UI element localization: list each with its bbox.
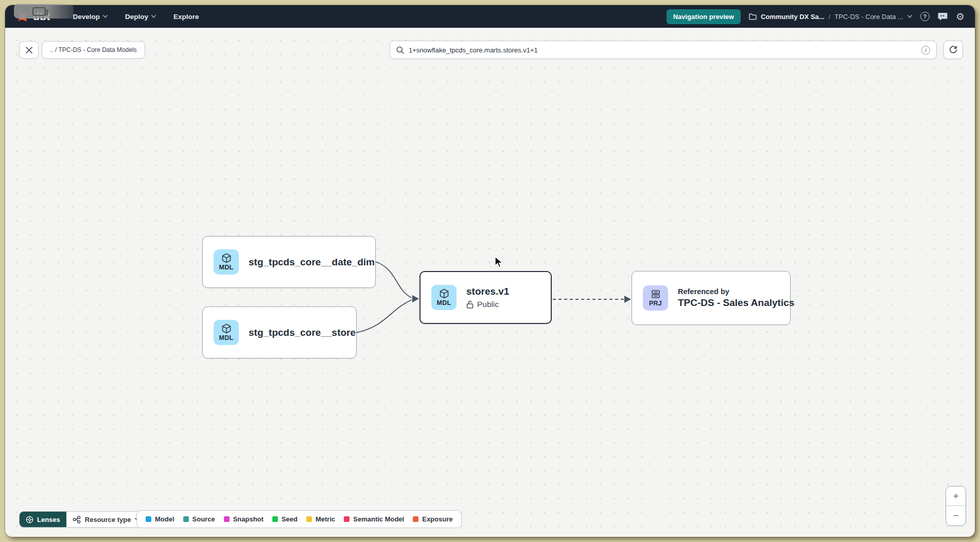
main-menu: Develop Deploy Explore	[73, 13, 199, 21]
chat-bubble-icon	[938, 12, 948, 21]
legend-item-metric: Metric	[306, 515, 335, 523]
node-title: TPC-DS - Sales Analytics	[678, 297, 794, 309]
legend-item-snapshot: Snapshot	[224, 515, 264, 523]
navbar-right: Navigation preview Community DX Sa... / …	[667, 9, 965, 24]
legend-item-semantic-model: Semantic Model	[344, 515, 404, 523]
project-stack-icon	[651, 289, 661, 299]
model-badge: MDL	[214, 249, 239, 275]
legend-swatch	[272, 516, 278, 522]
mouse-cursor	[494, 256, 504, 268]
breadcrumb-account: Community DX Sa...	[761, 13, 825, 21]
legend-item-source: Source	[183, 515, 215, 523]
folder-icon	[749, 13, 757, 20]
resource-legend: Model Source Snapshot Seed Metric Semant…	[136, 510, 462, 528]
lens-aperture-icon	[26, 516, 33, 523]
help-button[interactable]: ?	[920, 12, 930, 21]
info-icon[interactable]: i	[921, 46, 930, 55]
zoom-in-button[interactable]: +	[946, 486, 966, 506]
node-stores-v1[interactable]: MDL stores.v1 Public	[419, 271, 552, 324]
legend-item-exposure: Exposure	[413, 515, 452, 523]
project-badge: PRJ	[643, 285, 668, 311]
breadcrumb-project: TPC-DS - Core Data ...	[834, 13, 903, 21]
model-badge: MDL	[431, 285, 457, 310]
feedback-button[interactable]	[938, 12, 948, 21]
legend-swatch	[413, 516, 418, 522]
menu-deploy[interactable]: Deploy	[125, 13, 156, 21]
legend-swatch	[306, 516, 312, 522]
legend-item-seed: Seed	[272, 515, 297, 523]
breadcrumb[interactable]: Community DX Sa... / TPC-DS - Core Data …	[749, 13, 912, 21]
model-badge: MDL	[214, 320, 239, 345]
node-title: stg_tpcds_core__date_dim	[249, 257, 375, 268]
search-input[interactable]	[409, 46, 917, 54]
lineage-search-bar: i	[390, 41, 937, 59]
access-row: Public	[466, 300, 509, 309]
node-stg-tpcds-core-date-dim[interactable]: MDL stg_tpcds_core__date_dim	[202, 236, 376, 288]
menu-explore[interactable]: Explore	[173, 13, 199, 21]
help-icon: ?	[920, 12, 930, 21]
refresh-icon	[949, 46, 957, 54]
unlocked-padlock-icon	[466, 300, 474, 309]
navigation-preview-button[interactable]: Navigation preview	[667, 9, 741, 24]
zoom-controls: + −	[946, 486, 966, 526]
cube-icon	[439, 288, 449, 299]
close-lineage-button[interactable]	[19, 41, 39, 59]
settings-button[interactable]: ⚙	[956, 12, 965, 22]
chevron-down-icon	[907, 15, 912, 18]
lenses-button[interactable]: Lenses	[20, 512, 66, 527]
app-window: dbt Develop Deploy Explore Navigation pr…	[5, 5, 975, 537]
lenses-control-group: Lenses Resource type	[19, 511, 146, 528]
display-icon	[32, 7, 46, 16]
chevron-down-icon	[103, 15, 108, 18]
legend-swatch	[183, 516, 189, 522]
node-stg-tpcds-core-store[interactable]: MDL stg_tpcds_core__store	[202, 306, 357, 358]
gear-icon: ⚙	[956, 12, 965, 22]
access-label: Public	[477, 300, 499, 309]
legend-item-model: Model	[146, 515, 174, 523]
search-icon	[396, 46, 404, 54]
cube-icon	[221, 323, 232, 334]
recording-overlay-artifact	[14, 4, 74, 19]
node-referenced-by-sales-analytics[interactable]: PRJ Referenced by TPC-DS - Sales Analyti…	[632, 271, 791, 325]
node-title: stores.v1	[466, 286, 509, 297]
zoom-out-button[interactable]: −	[946, 506, 966, 526]
lineage-canvas[interactable]: .. / TPC-DS - Core Data Models i MDL	[5, 28, 975, 537]
chevron-down-icon	[151, 15, 156, 18]
cube-icon	[221, 253, 232, 263]
resource-type-dropdown[interactable]: Resource type	[66, 512, 146, 527]
refresh-button[interactable]	[943, 41, 963, 59]
legend-swatch	[224, 516, 230, 522]
breadcrumb-separator: /	[829, 13, 831, 21]
legend-swatch	[344, 516, 349, 522]
lineage-path-chip[interactable]: .. / TPC-DS - Core Data Models	[42, 41, 145, 59]
close-icon	[26, 47, 32, 53]
node-title: stg_tpcds_core__store	[249, 327, 356, 338]
legend-swatch	[146, 516, 151, 522]
top-navbar: dbt Develop Deploy Explore Navigation pr…	[5, 5, 975, 28]
resource-graph-icon	[73, 516, 81, 523]
referenced-by-label: Referenced by	[678, 287, 794, 296]
menu-develop[interactable]: Develop	[73, 13, 108, 21]
